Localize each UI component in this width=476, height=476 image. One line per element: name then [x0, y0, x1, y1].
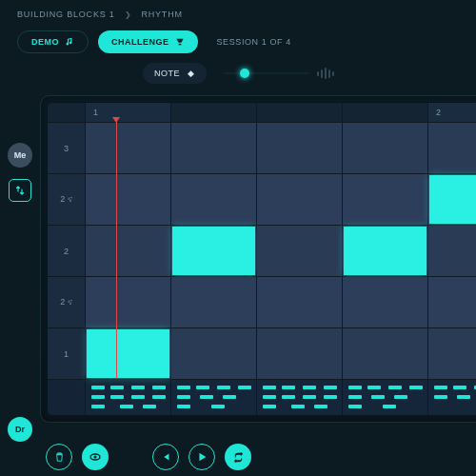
- drum-tick[interactable]: [388, 386, 402, 389]
- drum-tick[interactable]: [453, 386, 466, 389]
- drum-tick[interactable]: [91, 405, 105, 408]
- drum-tick[interactable]: [263, 395, 276, 399]
- drum-tick[interactable]: [291, 405, 305, 408]
- grid-cell[interactable]: [171, 226, 257, 276]
- avatar-me[interactable]: Me: [8, 143, 32, 168]
- drum-tick[interactable]: [303, 395, 316, 399]
- drum-tick[interactable]: [263, 405, 276, 408]
- drum-tick[interactable]: [367, 386, 381, 389]
- breadcrumb-item[interactable]: BUILDING BLOCKS 1: [17, 10, 115, 19]
- drum-tick[interactable]: [177, 395, 190, 399]
- note-tool-select[interactable]: NOTE ◆: [143, 63, 207, 84]
- beat-header[interactable]: [257, 103, 343, 122]
- hint-button[interactable]: [82, 444, 109, 470]
- drum-tick[interactable]: [394, 395, 407, 399]
- grid-cell[interactable]: [171, 174, 257, 225]
- drum-tick[interactable]: [91, 395, 105, 399]
- avatar-dr[interactable]: Dr: [8, 417, 32, 442]
- delete-button[interactable]: [46, 444, 72, 470]
- drum-tick[interactable]: [371, 395, 385, 399]
- drum-tick[interactable]: [200, 395, 213, 399]
- grid-cell[interactable]: [343, 174, 428, 225]
- drum-tick[interactable]: [177, 386, 190, 389]
- beat-header[interactable]: 2: [428, 103, 476, 122]
- drum-tick[interactable]: [177, 405, 190, 408]
- drum-tick[interactable]: [110, 395, 124, 399]
- drum-tick[interactable]: [434, 386, 447, 389]
- drum-tick[interactable]: [217, 386, 230, 389]
- drum-tick[interactable]: [131, 395, 145, 399]
- note-block[interactable]: [87, 329, 169, 378]
- grid-cell[interactable]: [343, 123, 428, 173]
- grid-cell[interactable]: [86, 226, 171, 276]
- beat-header[interactable]: 1: [86, 103, 171, 122]
- drum-tick[interactable]: [434, 395, 447, 399]
- grid-cell[interactable]: [86, 328, 171, 379]
- drum-tick[interactable]: [324, 395, 337, 399]
- grid-cell[interactable]: [257, 123, 343, 173]
- drum-tick[interactable]: [143, 405, 156, 408]
- grid-cell[interactable]: [343, 226, 428, 276]
- grid-cell[interactable]: [86, 174, 171, 225]
- grid-cell[interactable]: [257, 174, 343, 225]
- drum-tick[interactable]: [409, 386, 423, 389]
- drum-tick[interactable]: [282, 395, 295, 399]
- drum-segment[interactable]: [428, 380, 476, 415]
- drum-tick[interactable]: [324, 386, 337, 389]
- drum-lane[interactable]: [48, 379, 476, 415]
- drum-tick[interactable]: [223, 395, 236, 399]
- playhead[interactable]: [116, 122, 117, 379]
- grid-cell[interactable]: [171, 123, 257, 173]
- volume-slider[interactable]: [224, 68, 334, 79]
- drum-tick[interactable]: [314, 405, 327, 408]
- challenge-tab[interactable]: CHALLENGE: [98, 30, 198, 53]
- drum-tick[interactable]: [211, 405, 225, 408]
- grid-cell[interactable]: [171, 277, 257, 327]
- note-block[interactable]: [429, 175, 476, 224]
- grid-cell[interactable]: [343, 328, 428, 379]
- note-grid[interactable]: 32 ና22 ና1: [48, 122, 476, 379]
- slider-track[interactable]: [224, 72, 309, 74]
- grid-cell[interactable]: [343, 277, 428, 327]
- note-block[interactable]: [172, 227, 255, 275]
- drum-tick[interactable]: [348, 386, 362, 389]
- drum-tick[interactable]: [120, 405, 133, 408]
- grid-cell[interactable]: [86, 123, 171, 173]
- grid-cell[interactable]: [428, 174, 476, 225]
- drum-tick[interactable]: [152, 386, 166, 389]
- drum-tick[interactable]: [348, 405, 362, 408]
- drum-tick[interactable]: [110, 386, 124, 389]
- grid-cell[interactable]: [428, 123, 476, 173]
- drum-tick[interactable]: [348, 395, 362, 399]
- drum-segment[interactable]: [86, 380, 171, 415]
- drum-segment[interactable]: [257, 380, 343, 415]
- beat-header[interactable]: [343, 103, 428, 122]
- loop-button[interactable]: [225, 444, 251, 470]
- grid-cell[interactable]: [86, 277, 171, 327]
- breadcrumb-item[interactable]: RHYTHM: [141, 10, 182, 19]
- drum-tick[interactable]: [303, 386, 316, 389]
- drum-tick[interactable]: [383, 405, 396, 408]
- grid-cell[interactable]: [171, 328, 257, 379]
- note-block[interactable]: [344, 227, 426, 275]
- slider-thumb[interactable]: [240, 69, 249, 78]
- grid-cell[interactable]: [257, 277, 343, 327]
- drum-tick[interactable]: [131, 386, 145, 389]
- grid-cell[interactable]: [428, 277, 476, 327]
- rewind-button[interactable]: [152, 444, 179, 470]
- drum-tick[interactable]: [196, 386, 209, 389]
- drum-tick[interactable]: [282, 386, 295, 389]
- drum-tick[interactable]: [263, 386, 276, 389]
- drum-tick[interactable]: [91, 386, 105, 389]
- drum-tick[interactable]: [457, 395, 470, 399]
- grid-cell[interactable]: [428, 328, 476, 379]
- drum-tick[interactable]: [238, 386, 251, 389]
- beat-header[interactable]: [171, 103, 257, 122]
- drum-tick[interactable]: [152, 395, 166, 399]
- play-button[interactable]: [188, 444, 215, 470]
- grid-cell[interactable]: [428, 226, 476, 276]
- drum-segment[interactable]: [343, 380, 428, 415]
- swap-tracks-button[interactable]: [9, 179, 31, 202]
- drum-segment[interactable]: [171, 380, 257, 415]
- grid-cell[interactable]: [257, 226, 343, 276]
